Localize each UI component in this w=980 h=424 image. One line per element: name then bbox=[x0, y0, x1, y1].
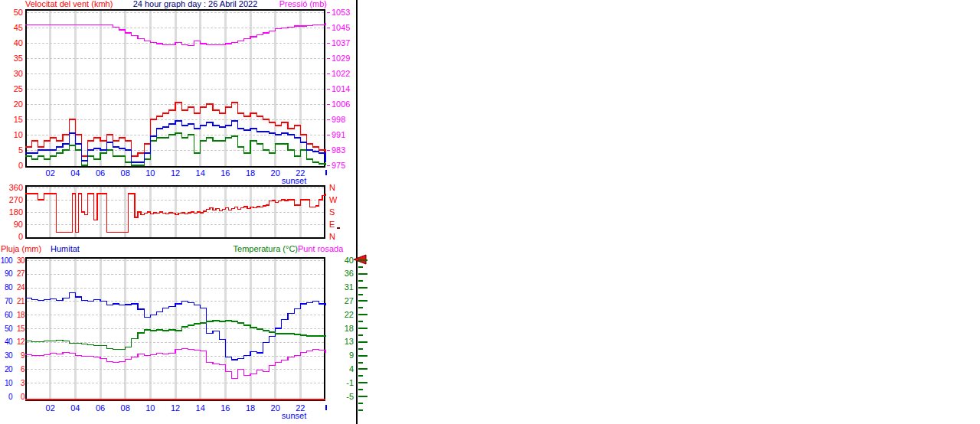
scale-minor-tick bbox=[358, 294, 363, 295]
axis-tick-label: 3 bbox=[14, 379, 24, 387]
scale-minor-tick bbox=[358, 307, 363, 308]
scale-major-tick bbox=[358, 368, 368, 370]
axis-tick-label: 40 bbox=[3, 39, 23, 47]
pressure-tick bbox=[327, 119, 330, 120]
x-axis-label: 10 bbox=[142, 169, 158, 178]
temperatura-c-line bbox=[25, 321, 325, 350]
chart-series-layer bbox=[25, 9, 325, 168]
axis-tick-label: 1037 bbox=[332, 39, 354, 47]
axis-tick-label: 50 bbox=[0, 325, 12, 333]
x-axis-label: 08 bbox=[118, 169, 133, 178]
axis-tick-label: -1 bbox=[331, 379, 354, 387]
x-axis-label: 08 bbox=[118, 404, 133, 413]
temperature-axis-title: Temperatura (°C) bbox=[230, 245, 298, 253]
axis-tick-label: 1014 bbox=[332, 85, 354, 93]
x-axis-label: 20 bbox=[268, 404, 283, 413]
pressure-tick bbox=[327, 150, 330, 151]
scale-minor-tick bbox=[358, 266, 363, 268]
axis-tick-label: 35 bbox=[3, 54, 23, 63]
scale-minor-tick bbox=[358, 334, 363, 336]
axis-tick-label: 15 bbox=[14, 325, 24, 333]
pressure-tick bbox=[327, 104, 330, 105]
wind-speed-max-line bbox=[25, 103, 325, 159]
scale-minor-tick bbox=[358, 389, 363, 390]
axis-tick-label: 30 bbox=[14, 256, 24, 265]
axis-tick-label: 45 bbox=[3, 24, 23, 32]
pressure-tick bbox=[327, 89, 330, 90]
axis-tick-label: N bbox=[329, 233, 340, 241]
pressure-axis-title: Pressió (mb) bbox=[250, 0, 327, 8]
x-axis-label: 06 bbox=[93, 169, 108, 178]
axis-tick-label: 13 bbox=[331, 338, 354, 346]
axis-tick-label: 24 bbox=[14, 283, 24, 292]
axis-tick-label: 1045 bbox=[332, 24, 354, 32]
scale-minor-tick bbox=[358, 409, 363, 411]
wind-speed-avg-line bbox=[25, 121, 325, 162]
axis-tick-label: 31 bbox=[331, 283, 354, 292]
x-axis-label: 18 bbox=[243, 404, 258, 413]
axis-tick-label: 100 bbox=[0, 256, 12, 265]
axis-tick-label: 70 bbox=[0, 297, 12, 305]
axis-tick-label: 360 bbox=[3, 184, 23, 192]
humidity-axis-title: Humitat bbox=[51, 245, 80, 253]
x-axis-label: 02 bbox=[43, 404, 58, 413]
chart-series-layer bbox=[25, 257, 325, 401]
scale-major-tick bbox=[358, 300, 368, 302]
axis-tick-label: 270 bbox=[3, 196, 23, 204]
pressure-tick bbox=[327, 165, 330, 166]
axis-tick-label: 18 bbox=[14, 311, 24, 319]
scale-minor-tick bbox=[358, 375, 363, 377]
wind-direction-deg-line bbox=[25, 194, 325, 233]
pressure-tick bbox=[327, 43, 330, 44]
axis-tick-label: 36 bbox=[331, 269, 354, 278]
axis-tick-label: E bbox=[329, 220, 340, 229]
x-axis-label: 14 bbox=[193, 404, 208, 413]
scale-major-tick bbox=[358, 314, 368, 315]
pressure-tick bbox=[327, 73, 330, 74]
scale-minor-tick bbox=[358, 280, 363, 282]
axis-tick-label: 27 bbox=[14, 269, 24, 278]
punt-rosada-c-line bbox=[25, 349, 325, 379]
axis-tick-label: 0 bbox=[0, 393, 12, 401]
axis-tick-label: 90 bbox=[3, 220, 23, 229]
axis-tick-label: 9 bbox=[14, 351, 24, 360]
scale-major-tick bbox=[358, 341, 368, 343]
pressure-tick bbox=[327, 28, 330, 28]
axis-tick-label: 25 bbox=[3, 85, 23, 93]
scale-major-tick bbox=[358, 259, 368, 261]
dewpoint-axis-title: Punt rosada bbox=[298, 245, 343, 253]
axis-tick-label: 22 bbox=[331, 311, 354, 319]
scale-major-tick bbox=[358, 273, 368, 275]
pressure-mb-line bbox=[25, 23, 325, 45]
scale-minor-tick bbox=[358, 348, 363, 350]
axis-tick-label: 10 bbox=[0, 379, 12, 387]
axis-tick-label: 6 bbox=[14, 365, 24, 373]
axis-tick-label: 5 bbox=[3, 146, 23, 155]
axis-tick-label: 50 bbox=[3, 8, 23, 17]
axis-tick-label: 40 bbox=[331, 256, 354, 265]
axis-tick-label: 0 bbox=[3, 161, 23, 170]
axis-tick-label: 40 bbox=[0, 338, 12, 346]
x-axis-label: 12 bbox=[168, 169, 183, 178]
axis-tick-label: W bbox=[329, 196, 340, 204]
chart-series-layer bbox=[25, 185, 325, 239]
axis-tick-label: 983 bbox=[332, 146, 354, 155]
axis-tick-label: 80 bbox=[0, 283, 12, 292]
axis-tick-label: 27 bbox=[331, 297, 354, 305]
sunset-tick bbox=[325, 170, 327, 175]
axis-tick-label: S bbox=[329, 208, 340, 217]
axis-tick-label: 30 bbox=[0, 351, 12, 360]
axis-tick-label: 991 bbox=[332, 131, 354, 139]
axis-tick-label: 12 bbox=[14, 338, 24, 346]
axis-tick-label: 1022 bbox=[332, 70, 354, 78]
axis-tick-label: 0 bbox=[3, 233, 23, 241]
axis-tick-label: 4 bbox=[331, 365, 354, 373]
axis-tick-label: 975 bbox=[332, 161, 354, 170]
axis-tick-label: 30 bbox=[3, 70, 23, 78]
x-axis-label: 16 bbox=[217, 169, 233, 178]
axis-tick-label: 15 bbox=[3, 116, 23, 124]
x-axis-label: 16 bbox=[217, 404, 233, 413]
x-axis-label: 04 bbox=[67, 404, 83, 413]
x-axis-label: 14 bbox=[193, 169, 208, 178]
axis-tick-label: 9 bbox=[331, 351, 354, 360]
